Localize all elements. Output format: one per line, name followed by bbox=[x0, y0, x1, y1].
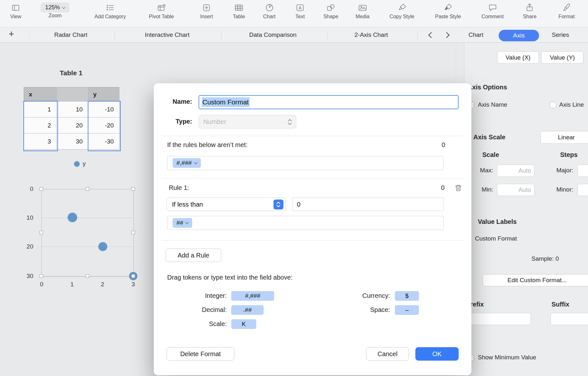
major-input[interactable] bbox=[577, 165, 588, 177]
edit-custom-format-button[interactable]: Edit Custom Format... bbox=[483, 274, 588, 286]
suffix-label: Suffix bbox=[551, 301, 569, 308]
delete-rule-trash-icon[interactable] bbox=[454, 184, 462, 192]
tab-separator bbox=[417, 31, 418, 39]
default-format-field[interactable]: #,### bbox=[167, 156, 444, 170]
table-cell[interactable]: 10 bbox=[57, 102, 88, 118]
table-cell[interactable]: -20 bbox=[88, 118, 119, 134]
zoom-dropdown[interactable]: 125% bbox=[41, 3, 69, 12]
axis-value-x-button[interactable]: Value (X) bbox=[497, 51, 539, 64]
selection-handle[interactable] bbox=[86, 187, 89, 191]
toolbar-view-button[interactable]: View bbox=[10, 2, 21, 20]
svg-text:A: A bbox=[299, 6, 302, 10]
table-cell[interactable]: 1 bbox=[24, 102, 57, 118]
toolbar-text-button[interactable]: A Text bbox=[295, 2, 305, 20]
axis-name-label: Axis Name bbox=[478, 101, 507, 108]
table-cell[interactable]: 2 bbox=[24, 118, 57, 134]
type-dropdown[interactable]: Number bbox=[199, 115, 296, 128]
legend-label[interactable]: y bbox=[83, 160, 86, 167]
selection-handle[interactable] bbox=[40, 274, 43, 278]
format-token[interactable]: ## bbox=[173, 218, 192, 228]
toolbar-paste-style-button[interactable]: Paste Style bbox=[435, 2, 461, 20]
table-cell[interactable]: -10 bbox=[88, 102, 119, 118]
sheet-tab-data-comparison[interactable]: Data Comparison bbox=[249, 31, 297, 38]
max-input[interactable]: Auto bbox=[497, 165, 535, 177]
currency-token[interactable]: $ bbox=[395, 291, 419, 301]
numbers-app-window: View 125% Zoom Add Category Pivot Table … bbox=[0, 0, 588, 376]
rule-format-field[interactable]: ## bbox=[167, 216, 444, 230]
inspector-tab-chart[interactable]: Chart bbox=[469, 31, 483, 38]
rule-value-input[interactable]: 0 bbox=[292, 198, 444, 211]
toolbar-media-button[interactable]: Media bbox=[355, 2, 370, 20]
scatter-point[interactable] bbox=[68, 213, 77, 222]
selection-handle[interactable] bbox=[40, 187, 43, 191]
sheet-tab-radar-chart[interactable]: Radar Chart bbox=[54, 31, 87, 38]
min-input[interactable]: Auto bbox=[497, 184, 535, 196]
toolbar-comment-button[interactable]: Comment bbox=[481, 2, 503, 20]
rules-intro-label: If the rules below aren’t met: bbox=[167, 141, 248, 149]
chart-icon bbox=[263, 2, 275, 13]
ok-button[interactable]: OK bbox=[415, 347, 459, 361]
sheet-tab-2-axis-chart[interactable]: 2-Axis Chart bbox=[355, 31, 388, 38]
scale-section-header: Scale bbox=[482, 151, 499, 159]
decimal-token[interactable]: .## bbox=[231, 305, 264, 315]
value-labels-dropdown[interactable]: Custom Format bbox=[475, 235, 517, 242]
format-name-input[interactable]: Custom Format bbox=[199, 95, 459, 109]
toolbar-share-button[interactable]: Share bbox=[523, 2, 537, 20]
integer-token[interactable]: #,### bbox=[231, 291, 274, 301]
column-header-y[interactable]: y bbox=[88, 87, 119, 102]
toolbar-zoom-control[interactable]: 125% Zoom bbox=[41, 2, 69, 19]
toolbar-shape-button[interactable]: Shape bbox=[323, 2, 338, 20]
scale-token-label: Scale: bbox=[154, 320, 227, 328]
toolbar-pivot-table-button[interactable]: Pivot Table bbox=[149, 2, 174, 20]
cancel-button[interactable]: Cancel bbox=[366, 347, 409, 361]
prefix-input[interactable] bbox=[468, 313, 531, 325]
toolbar-chart-button[interactable]: Chart bbox=[263, 2, 275, 20]
scale-token[interactable]: K bbox=[231, 319, 256, 329]
toolbar-copy-style-button[interactable]: Copy Style bbox=[389, 2, 414, 20]
minor-label: Minor: bbox=[544, 186, 573, 193]
inspector-tab-axis[interactable]: Axis bbox=[499, 30, 539, 41]
axis-line-checkbox[interactable] bbox=[550, 102, 556, 108]
add-rule-button[interactable]: Add a Rule bbox=[166, 249, 221, 262]
name-label: Name: bbox=[154, 98, 192, 105]
toolbar-insert-button[interactable]: Insert bbox=[200, 2, 213, 20]
toolbar-add-category-button[interactable]: Add Category bbox=[94, 2, 126, 20]
delete-format-button[interactable]: Delete Format bbox=[167, 347, 234, 361]
sheet-tab-interactive-chart[interactable]: Interactive Chart bbox=[145, 31, 189, 38]
x-axis-tick-label: 0 bbox=[40, 281, 44, 288]
scatter-point[interactable] bbox=[98, 242, 107, 251]
suffix-input[interactable] bbox=[551, 313, 588, 325]
currency-token-label: Currency: bbox=[314, 292, 390, 299]
selection-handle[interactable] bbox=[40, 231, 43, 234]
space-token-label: Space: bbox=[314, 306, 390, 314]
legend-marker-icon[interactable] bbox=[74, 161, 80, 167]
selection-handle[interactable] bbox=[86, 274, 89, 278]
column-header-middle[interactable] bbox=[57, 87, 88, 102]
minor-input[interactable] bbox=[577, 184, 588, 196]
axis-scale-dropdown[interactable]: Linear bbox=[540, 131, 588, 144]
data-table[interactable]: x y 1 10 -10 2 20 -20 3 30 -30 bbox=[24, 87, 119, 150]
toolbar-format-button[interactable]: Format bbox=[559, 2, 575, 20]
table-cell[interactable]: 30 bbox=[57, 134, 88, 150]
table-row: 3 30 -30 bbox=[24, 134, 119, 150]
selection-handle[interactable] bbox=[132, 231, 135, 234]
rules-intro-sample: 0 bbox=[426, 141, 445, 149]
format-token[interactable]: #,### bbox=[173, 158, 201, 168]
space-token[interactable]: – bbox=[395, 305, 419, 315]
table-cell[interactable]: -30 bbox=[88, 134, 119, 150]
selection-handle[interactable] bbox=[132, 274, 135, 278]
table-cell[interactable]: 3 bbox=[24, 134, 57, 150]
rule-condition-dropdown[interactable]: If less than bbox=[167, 198, 286, 211]
axis-value-y-button[interactable]: Value (Y) bbox=[541, 51, 584, 64]
divider bbox=[162, 240, 463, 241]
column-header-x[interactable]: x bbox=[24, 87, 57, 102]
selection-handle[interactable] bbox=[132, 187, 135, 191]
updown-stepper-icon bbox=[274, 200, 283, 209]
table-cell[interactable]: 20 bbox=[57, 118, 88, 134]
x-axis-tick-label: 1 bbox=[70, 281, 74, 288]
format-brush-icon bbox=[559, 2, 575, 13]
toolbar-table-button[interactable]: Table bbox=[233, 2, 245, 20]
scatter-chart-selection[interactable] bbox=[41, 189, 134, 277]
inspector-tab-series[interactable]: Series bbox=[552, 31, 569, 38]
add-sheet-button[interactable]: + bbox=[9, 29, 14, 39]
